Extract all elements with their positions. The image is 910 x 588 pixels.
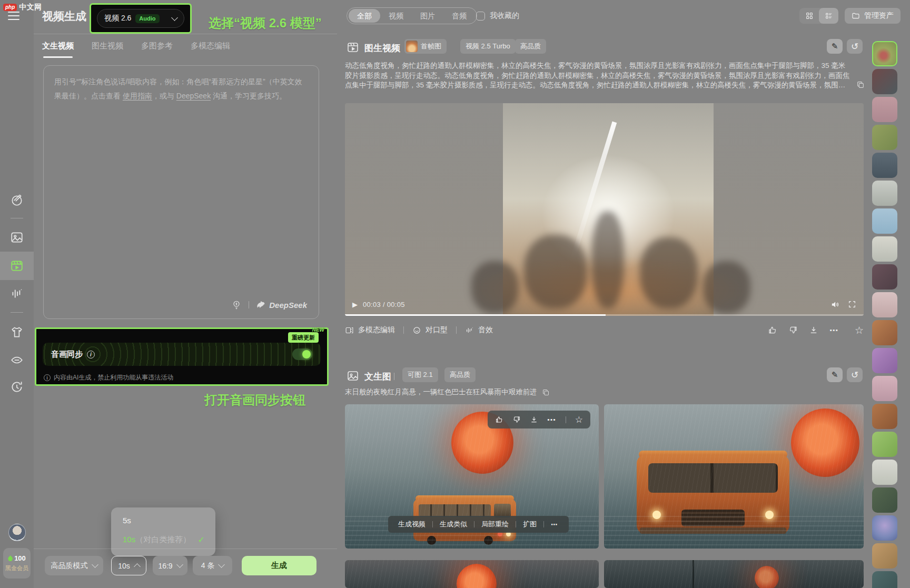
avatar[interactable] (8, 524, 26, 541)
history-thumbnail[interactable] (872, 404, 897, 429)
menu-icon[interactable] (8, 12, 19, 20)
history-thumbnail[interactable] (872, 432, 897, 457)
more-icon[interactable]: ⋯ (829, 325, 839, 335)
deepseek-link[interactable]: DeepSeek (176, 92, 211, 100)
filter-image[interactable]: 图片 (412, 9, 443, 23)
history-thumbnail[interactable] (872, 571, 897, 588)
video-model-pill[interactable]: 视频 2.5 Turbo (460, 39, 516, 54)
multimodal-edit-button[interactable]: 多模态编辑 (345, 325, 395, 335)
inspiration-bulb-icon[interactable] (231, 300, 242, 310)
clothes-tool-icon[interactable] (10, 325, 24, 339)
history-thumbnail[interactable] (872, 153, 897, 178)
first-frame-pill[interactable]: 首帧图 (404, 39, 447, 54)
deepseek-brand[interactable]: DeepSeek (256, 300, 307, 310)
history-thumbnail[interactable] (872, 460, 897, 485)
quality-select[interactable]: 高品质模式 (45, 556, 103, 575)
history-thumbnail[interactable] (872, 181, 897, 206)
tab-multi-ref[interactable]: 多图参考 (141, 41, 173, 58)
audio-tool-icon[interactable] (10, 287, 24, 301)
list-view-icon[interactable] (819, 8, 838, 24)
grid-view-icon[interactable] (799, 8, 819, 24)
video-quality-pill[interactable]: 高品质 (515, 39, 546, 54)
fullscreen-icon[interactable] (848, 300, 856, 308)
brand-logo[interactable]: php 中文网 (3, 3, 42, 12)
outpaint-action[interactable]: 扩图 (516, 520, 543, 529)
tab-text-to-video[interactable]: 文生视频 (42, 41, 74, 58)
volume-icon[interactable] (830, 300, 839, 309)
model-selector[interactable]: 视频 2.6 Audio (97, 9, 184, 28)
filter-all[interactable]: 全部 (349, 9, 380, 23)
history-thumbnail[interactable] (872, 69, 897, 94)
tab-image-to-video[interactable]: 图生视频 (92, 41, 123, 58)
generated-image-card-1[interactable]: ⋯ ☆ 生成视频 生成类似 局部重绘 扩图 ⋯ (345, 404, 599, 549)
more-icon[interactable]: ⋯ (544, 521, 566, 529)
update-badge: 重磅更新 (288, 332, 319, 343)
duration-select[interactable]: 10s (111, 556, 146, 575)
favorites-checkbox[interactable]: 我收藏的 (476, 11, 519, 21)
history-thumbnail[interactable] (872, 125, 897, 150)
generate-similar-action[interactable]: 生成类似 (433, 520, 474, 529)
play-icon[interactable]: ▶ (352, 301, 358, 308)
view-toggle (799, 8, 838, 24)
history-thumbnail[interactable] (872, 515, 897, 541)
generated-image-card-4[interactable] (604, 560, 864, 588)
download-icon[interactable] (809, 325, 818, 335)
favorite-star-icon[interactable]: ☆ (855, 324, 864, 336)
image-quality-pill[interactable]: 高品质 (444, 367, 476, 382)
inpaint-action[interactable]: 局部重绘 (474, 520, 516, 529)
history-thumbnail[interactable] (872, 264, 897, 290)
duration-option-5s[interactable]: 5s (123, 516, 131, 525)
image-tool-icon[interactable] (10, 231, 24, 244)
history-thumbnail[interactable] (872, 97, 897, 122)
checkbox-icon[interactable] (476, 12, 485, 21)
membership-badge[interactable]: 100 黑金会员 (3, 548, 31, 579)
copy-icon[interactable] (856, 81, 865, 89)
favorite-star-icon[interactable]: ☆ (575, 414, 583, 425)
history-thumbnail[interactable] (872, 208, 897, 234)
history-thumbnail[interactable] (872, 543, 897, 569)
history-thumbnail[interactable] (872, 41, 897, 66)
tab-multimodal-edit[interactable]: 多模态编辑 (191, 41, 230, 58)
edit-pencil-button[interactable]: ✎ (827, 367, 843, 382)
history-thumbnail[interactable] (872, 292, 897, 317)
download-icon[interactable] (530, 415, 538, 424)
filter-video[interactable]: 视频 (380, 9, 412, 23)
more-icon[interactable]: ⋯ (547, 415, 557, 425)
prompt-textarea[interactable]: 用引号“”标注角色说话/唱歌内容，例如：角色唱“看那远方的星星”（中英文效果最佳… (43, 65, 319, 319)
history-thumbnail[interactable] (872, 320, 897, 345)
history-thumbnail[interactable] (872, 236, 897, 262)
sync-toggle[interactable] (292, 348, 312, 360)
video-action-row: 多模态编辑 对口型 音效 (345, 318, 864, 342)
count-select[interactable]: 4 条 (193, 556, 232, 575)
image-model-pill[interactable]: 可图 2.1 (402, 367, 438, 382)
thumbs-down-icon[interactable] (512, 415, 521, 424)
progress-bar[interactable] (345, 314, 864, 316)
regenerate-button[interactable]: ↺ (847, 367, 863, 382)
thumbs-down-icon[interactable] (788, 325, 798, 335)
copy-icon[interactable] (542, 388, 550, 396)
manage-assets-button[interactable]: 管理资产 (845, 8, 901, 24)
history-thumbnail[interactable] (872, 487, 897, 513)
thumbs-up-icon[interactable] (495, 415, 503, 424)
generated-image-card-2[interactable] (604, 404, 864, 549)
thumbs-up-icon[interactable] (768, 325, 777, 335)
lip-sync-button[interactable]: 对口型 (412, 325, 448, 335)
video-tool-icon[interactable] (10, 259, 24, 273)
video-player[interactable]: ▶ 00:03 / 00:05 (345, 103, 864, 316)
guide-link[interactable]: 使用指南 (123, 92, 152, 100)
generated-image-card-3[interactable] (345, 560, 599, 588)
generate-video-action[interactable]: 生成视频 (391, 520, 432, 529)
lips-tool-icon[interactable] (10, 353, 24, 366)
ratio-select[interactable]: 16:9 (153, 556, 187, 575)
edit-pencil-button[interactable]: ✎ (827, 39, 843, 54)
generate-button[interactable]: 生成 (242, 556, 316, 575)
history-thumbnail[interactable] (872, 348, 897, 373)
draw-tool-icon[interactable] (10, 193, 24, 207)
regenerate-button[interactable]: ↺ (847, 39, 863, 54)
history-thumbnail[interactable] (872, 376, 897, 401)
duration-option-10s[interactable]: 10s（对白类推荐） (123, 535, 191, 545)
filter-audio[interactable]: 音频 (443, 9, 475, 23)
sound-effect-button[interactable]: 音效 (465, 325, 493, 335)
history-tool-icon[interactable] (10, 380, 24, 394)
info-icon[interactable]: i (87, 351, 95, 358)
